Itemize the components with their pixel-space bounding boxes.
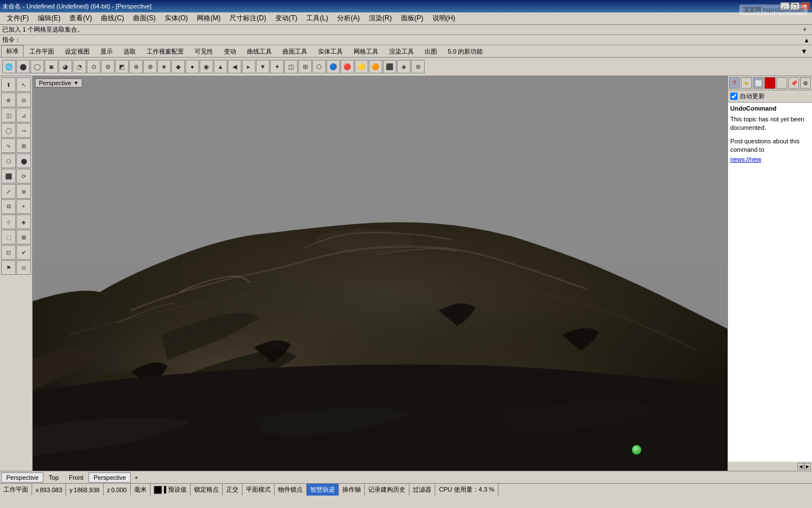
scroll-right[interactable]: ▶ bbox=[804, 463, 811, 470]
viewport-dropdown[interactable]: ▼ bbox=[73, 80, 78, 86]
menu-item-文件(F)[interactable]: 文件(F) bbox=[2, 12, 33, 24]
toolbar-tab-变动[interactable]: 变动 bbox=[219, 46, 241, 57]
toolbar-icon-19[interactable]: ✦ bbox=[270, 60, 284, 73]
toolbar-icon-26[interactable]: 🟠 bbox=[369, 60, 382, 73]
menu-item-分析(A)[interactable]: 分析(A) bbox=[333, 12, 364, 24]
snap-status[interactable]: 锁定格点 bbox=[191, 484, 223, 496]
toolbar-icon-7[interactable]: ⊚ bbox=[101, 60, 114, 73]
panel-pin[interactable]: 📌 bbox=[788, 77, 799, 89]
toolbar-icon-5[interactable]: ◔ bbox=[73, 60, 86, 73]
menu-item-渲染(R)[interactable]: 渲染(R) bbox=[364, 12, 396, 24]
menu-item-曲线(C)[interactable]: 曲线(C) bbox=[96, 12, 129, 24]
maximize-icon[interactable]: ⬜ bbox=[753, 77, 764, 89]
filter-status[interactable]: 过滤器 bbox=[409, 484, 435, 496]
gumball-status[interactable]: 操作轴 bbox=[339, 484, 365, 496]
toolbar-tab-显示[interactable]: 显示 bbox=[95, 46, 118, 57]
left-tool-11-0[interactable]: ⊡ bbox=[1, 245, 16, 260]
left-tool-8-1[interactable]: ⌖ bbox=[16, 199, 31, 214]
toolbar-icon-13[interactable]: ● bbox=[186, 60, 199, 73]
objsnap-status[interactable]: 物件锁点 bbox=[275, 484, 307, 496]
panel-color1[interactable] bbox=[765, 77, 775, 89]
toolbar-tab-设定视图[interactable]: 设定视图 bbox=[60, 46, 95, 57]
toolbar-icon-16[interactable]: ◀ bbox=[228, 60, 241, 73]
left-tool-3-1[interactable]: ⊸ bbox=[16, 123, 31, 138]
toolbar-tab-工作视窗配置[interactable]: 工作视窗配置 bbox=[142, 46, 189, 57]
left-tool-6-1[interactable]: ⟳ bbox=[16, 169, 31, 183]
left-tool-8-0[interactable]: ⧉ bbox=[1, 199, 16, 214]
menu-item-网格(M)[interactable]: 网格(M) bbox=[192, 12, 225, 24]
toolbar-tab-网格工具[interactable]: 网格工具 bbox=[348, 46, 383, 57]
left-tool-9-0[interactable]: ⊹ bbox=[1, 214, 16, 229]
menu-item-尺寸标注(D)[interactable]: 尺寸标注(D) bbox=[225, 12, 271, 24]
left-tool-2-0[interactable]: ◫ bbox=[1, 108, 16, 122]
toolbar-tab-可见性[interactable]: 可见性 bbox=[189, 46, 218, 57]
command-input[interactable] bbox=[23, 37, 192, 43]
left-tool-6-0[interactable]: ⬛ bbox=[1, 169, 16, 183]
left-tool-12-0[interactable]: ⚑ bbox=[1, 260, 16, 275]
toolbar-icon-12[interactable]: ◆ bbox=[171, 60, 185, 73]
toolbar-tab-实体工具[interactable]: 实体工具 bbox=[313, 46, 348, 57]
workplane-status[interactable]: 工作平面 bbox=[0, 484, 32, 496]
toolbar-icon-17[interactable]: ▸ bbox=[242, 60, 255, 73]
left-tool-7-1[interactable]: ⊛ bbox=[16, 184, 31, 199]
viewport-tab-Perspective[interactable]: Perspective bbox=[89, 472, 131, 483]
auto-update-checkbox[interactable] bbox=[730, 93, 738, 100]
left-tool-5-1[interactable]: ⬤ bbox=[16, 154, 31, 168]
add-viewport-tab[interactable]: + bbox=[131, 473, 141, 482]
menu-item-曲面(S)[interactable]: 曲面(S) bbox=[129, 12, 160, 24]
left-tool-1-0[interactable]: ⊕ bbox=[1, 93, 16, 107]
toolbar-tab-工作平面[interactable]: 工作平面 bbox=[24, 46, 59, 57]
toolbar-icon-22[interactable]: ⬡ bbox=[312, 60, 326, 73]
toolbar-icon-11[interactable]: ★ bbox=[157, 60, 171, 73]
toolbar-tab-曲面工具[interactable]: 曲面工具 bbox=[277, 46, 312, 57]
menu-item-变动(T)[interactable]: 变动(T) bbox=[271, 12, 302, 24]
left-tool-0-1[interactable]: ↖ bbox=[16, 77, 31, 92]
left-tool-3-0[interactable]: ◯ bbox=[1, 123, 16, 138]
toolbar-icon-23[interactable]: 🔵 bbox=[326, 60, 340, 73]
toolbar-icon-3[interactable]: ◙ bbox=[45, 60, 58, 73]
viewport-tab-Perspective[interactable]: Perspective bbox=[1, 472, 43, 483]
toolbar-icon-2[interactable]: ◯ bbox=[30, 60, 44, 73]
left-tool-2-1[interactable]: ⊿ bbox=[16, 108, 31, 122]
toolbar-icon-28[interactable]: ◈ bbox=[397, 60, 411, 73]
left-tool-5-0[interactable]: ⬡ bbox=[1, 154, 16, 168]
toolbar-icon-6[interactable]: ⊙ bbox=[87, 60, 100, 73]
history-status[interactable]: 记录建构历史 bbox=[365, 484, 409, 496]
menu-item-查看(V)[interactable]: 查看(V) bbox=[65, 12, 96, 24]
toolbar-icon-20[interactable]: ◫ bbox=[284, 60, 298, 73]
toolbar-icon-8[interactable]: ◩ bbox=[115, 60, 129, 73]
left-tool-12-1[interactable]: ⊙ bbox=[16, 260, 31, 275]
toolbar-tab-渲染工具[interactable]: 渲染工具 bbox=[384, 46, 419, 57]
toolbar-tab-选取[interactable]: 选取 bbox=[118, 46, 141, 57]
left-tool-0-0[interactable]: ⬆ bbox=[1, 77, 16, 92]
menu-item-说明(H)[interactable]: 说明(H) bbox=[428, 12, 460, 24]
left-tool-9-1[interactable]: ◈ bbox=[16, 214, 31, 229]
panel-settings[interactable]: ⚙ bbox=[800, 77, 811, 89]
left-tool-4-0[interactable]: ∿ bbox=[1, 138, 16, 153]
help-link[interactable]: news://new bbox=[730, 156, 761, 163]
toolbar-icon-15[interactable]: ▲ bbox=[214, 60, 227, 73]
toolbar-expand[interactable]: ▼ bbox=[797, 46, 811, 56]
toolbar-icon-29[interactable]: ⊛ bbox=[411, 60, 425, 73]
toolbar-icon-18[interactable]: ▼ bbox=[256, 60, 270, 73]
toolbar-icon-27[interactable]: ⬛ bbox=[383, 60, 396, 73]
menu-item-编辑(E)[interactable]: 编辑(E) bbox=[33, 12, 65, 24]
left-tool-10-0[interactable]: ⬚ bbox=[1, 230, 16, 244]
toolbar-icon-0[interactable]: 🌐 bbox=[2, 60, 16, 73]
toolbar-icon-4[interactable]: ◕ bbox=[59, 60, 72, 73]
left-tool-1-1[interactable]: ⊖ bbox=[16, 93, 31, 107]
menu-item-工具(L)[interactable]: 工具(L) bbox=[302, 12, 333, 24]
left-tool-11-1[interactable]: ✔ bbox=[16, 245, 31, 260]
viewport[interactable]: Perspective ▼ bbox=[33, 76, 727, 471]
toolbar-icon-10[interactable]: ⊗ bbox=[143, 60, 157, 73]
smarttrack-status[interactable]: 智慧轨迹 bbox=[307, 484, 339, 496]
toolbar-icon-1[interactable]: ⬤ bbox=[16, 60, 30, 73]
left-tool-4-1[interactable]: ⊞ bbox=[16, 138, 31, 153]
scroll-left[interactable]: ◀ bbox=[797, 463, 804, 470]
toolbar-icon-25[interactable]: 🟡 bbox=[355, 60, 368, 73]
toolbar-tab-5.0 的新功能[interactable]: 5.0 的新功能 bbox=[443, 46, 488, 57]
panel-color2[interactable] bbox=[776, 77, 787, 89]
toolbar-icon-21[interactable]: ⊞ bbox=[298, 60, 312, 73]
toolbar-icon-24[interactable]: 🔴 bbox=[341, 60, 354, 73]
left-tool-10-1[interactable]: ⊠ bbox=[16, 230, 31, 244]
